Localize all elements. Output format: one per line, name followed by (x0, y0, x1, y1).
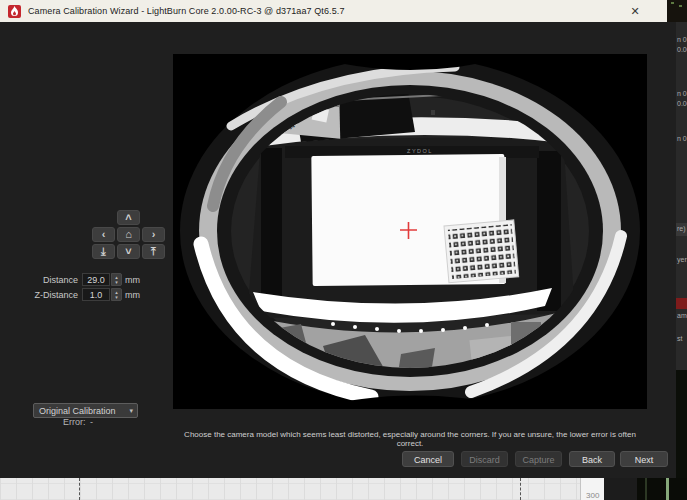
jog-right-button[interactable]: › (142, 227, 165, 242)
desktop-corner (667, 0, 687, 22)
capture-button: Capture (515, 451, 562, 467)
z-distance-unit: mm (125, 290, 140, 300)
z-distance-label: Z-Distance (18, 290, 78, 300)
calibration-card (444, 220, 519, 283)
next-button[interactable]: Next (620, 451, 668, 467)
distance-spinner[interactable]: ▴ ▾ (111, 273, 122, 286)
background-workspace-grid (0, 478, 580, 500)
panel-text-fragment: n 0: (677, 135, 687, 142)
camera-calibration-dialog: 40W ZYDOL (0, 22, 676, 478)
distance-unit: mm (125, 275, 140, 285)
jog-down-button[interactable]: ˅ (117, 244, 140, 259)
layer-color-swatch (676, 298, 687, 309)
background-right-panel: n 0: 0.00 n 0: 0.00 n 0: re) yers ame st (676, 22, 687, 500)
dialog-titlebar: Camera Calibration Wizard - LightBurn Co… (0, 0, 667, 22)
background-dark-panel (604, 478, 637, 500)
jog-up-button[interactable]: ˄ (117, 210, 140, 225)
background-photo-corner (637, 478, 687, 500)
dialog-title: Camera Calibration Wizard - LightBurn Co… (28, 6, 344, 16)
calibration-select-value: Original Calibration (39, 406, 129, 416)
screen: Camera Calibration Wizard - LightBurn Co… (0, 0, 687, 500)
calibration-select[interactable]: Original Calibration ▾ (33, 403, 138, 418)
close-icon[interactable]: ✕ (626, 2, 644, 20)
home-button[interactable]: ⌂ (117, 227, 140, 242)
back-button[interactable]: Back (569, 451, 615, 467)
camera-preview: 40W ZYDOL (173, 54, 647, 409)
panel-text-fragment: yers (677, 256, 687, 263)
spinner-down-icon[interactable]: ▾ (115, 295, 118, 300)
error-label: Error: (63, 417, 86, 427)
panel-text-fragment: st (677, 335, 682, 342)
panel-text-fragment: ame (677, 312, 687, 319)
panel-text-fragment: n 0: (677, 36, 687, 43)
fisheye-camera-image: 40W ZYDOL (173, 54, 647, 409)
workspace-guide-line (520, 478, 521, 500)
z-distance-input[interactable]: 1.0 (82, 288, 110, 301)
discard-button: Discard (461, 451, 508, 467)
jog-left-button[interactable]: ‹ (92, 227, 115, 242)
ruler-number: 300 (586, 491, 599, 500)
panel-text-fragment: n 0: (677, 90, 687, 97)
panel-text-fragment: 0.00 (677, 46, 687, 53)
z-up-button[interactable]: ⤒ (142, 244, 165, 259)
distance-input[interactable]: 29.0 (82, 273, 110, 286)
z-distance-spinner[interactable]: ▴ ▾ (111, 288, 122, 301)
instruction-text: Choose the camera model which seems leas… (173, 430, 647, 448)
workspace-guide-line (79, 478, 80, 500)
distance-label: Distance (18, 275, 78, 285)
workspace-ruler: 300 (580, 478, 605, 500)
lightburn-logo-icon (8, 5, 21, 18)
z-down-button[interactable]: ⤓ (92, 244, 115, 259)
spinner-down-icon[interactable]: ▾ (115, 280, 118, 285)
panel-text-fragment: re) (677, 225, 686, 232)
cancel-button[interactable]: Cancel (402, 451, 454, 467)
chevron-down-icon: ▾ (129, 407, 133, 415)
bed-brand-label: ZYDOL (407, 148, 433, 154)
panel-text-fragment: 0.00 (677, 100, 687, 107)
error-value: - (90, 417, 93, 427)
